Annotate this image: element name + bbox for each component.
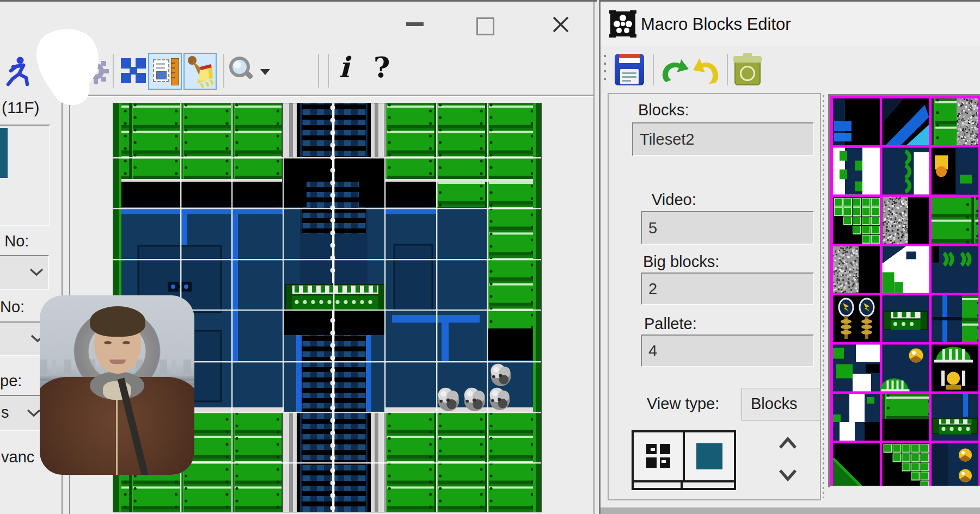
pallete-value-box[interactable]: 4 — [641, 335, 814, 367]
zoom-dropdown-arrow[interactable] — [260, 69, 270, 75]
video-value-box[interactable]: 5 — [641, 211, 814, 245]
grid-glyph-icon — [646, 444, 670, 468]
pallete-value: 4 — [648, 342, 657, 360]
blocks-value: Tileset2 — [640, 131, 694, 148]
fit-screen-icon[interactable] — [121, 58, 146, 83]
redo-icon[interactable] — [659, 55, 690, 85]
chevron-down-icon — [27, 409, 41, 417]
video-value: 5 — [648, 219, 657, 237]
toolbar-separator — [318, 54, 319, 88]
photo-eye — [104, 341, 112, 344]
palette-frame — [828, 94, 980, 487]
help-icon[interactable]: ? — [373, 51, 390, 84]
bottom-strip — [601, 507, 980, 514]
maximize-button[interactable] — [476, 17, 494, 35]
button-stub — [632, 482, 634, 490]
view-mode-buttons — [632, 430, 736, 482]
button-stub — [681, 482, 683, 490]
white-blob-overlay — [33, 26, 106, 116]
scroll-down-button[interactable] — [778, 468, 798, 482]
trash-icon[interactable] — [733, 53, 762, 86]
block-editor-icon — [153, 59, 169, 82]
toolbar-separator — [727, 54, 728, 85]
chevron-down-icon — [29, 268, 44, 276]
photo-mouth — [109, 360, 126, 364]
toolbar-grip[interactable] — [604, 55, 606, 85]
photo-hair — [90, 306, 145, 337]
big-blocks-value: 2 — [648, 280, 657, 298]
toolbar-separator — [328, 54, 329, 88]
second-no-label: No: — [0, 298, 24, 316]
grid-view-button[interactable] — [634, 432, 683, 480]
advanced-label[interactable]: vanc — [1, 448, 34, 466]
blocks-label: Blocks: — [638, 101, 689, 119]
solid-view-button[interactable] — [685, 432, 734, 480]
block-editor-toggle[interactable] — [148, 53, 182, 90]
macro-title-bar[interactable]: Macro Blocks Editor — [601, 2, 980, 46]
view-type-value: Blocks — [751, 395, 797, 413]
macro-blocks-palette[interactable] — [830, 96, 980, 486]
scroll-up-button[interactable] — [778, 436, 798, 450]
zoom-icon[interactable] — [228, 55, 256, 85]
preview-box — [0, 125, 50, 226]
minimize-button[interactable] — [406, 22, 424, 26]
view-type-label: View type: — [647, 395, 719, 413]
toolbar-separator — [653, 54, 654, 85]
macro-toolbar — [601, 46, 980, 92]
preview-teal — [0, 128, 8, 178]
info-icon[interactable]: i — [339, 51, 350, 84]
blocks-value-box[interactable]: Tileset2 — [632, 122, 814, 156]
view-type-combo[interactable]: Blocks — [742, 388, 821, 420]
run-icon[interactable] — [5, 56, 33, 86]
content-groove-hi — [75, 96, 593, 97]
window-border — [593, 2, 595, 514]
screen-no-combo[interactable] — [0, 255, 49, 290]
teal-swatch — [696, 443, 722, 469]
pallete-label: Pallete: — [644, 315, 697, 333]
brush-icon — [185, 54, 216, 89]
photo-eye — [122, 341, 130, 344]
toolbar-separator — [223, 54, 224, 88]
macro-blocks-editor-window: Macro Blocks Editor — [599, 0, 980, 514]
big-blocks-value-box[interactable]: 2 — [641, 273, 814, 305]
palette-splitter[interactable] — [823, 95, 824, 498]
type-combo-value: s — [1, 404, 9, 422]
fields-panel: Blocks: Tileset2 Video: 5 Big blocks: 2 … — [608, 93, 821, 500]
toolbar-separator — [113, 54, 114, 88]
video-label: Video: — [652, 191, 696, 209]
photo-zipper — [116, 400, 118, 475]
screen: i ? (11F) n No: No: pe: s — [0, 0, 980, 514]
brush-toggle[interactable] — [183, 53, 217, 90]
screen-no-label: n No: — [0, 232, 29, 250]
button-underline — [632, 488, 736, 490]
button-stub — [734, 482, 736, 490]
macro-blocks-icon — [609, 10, 636, 38]
window-title: Macro Blocks Editor — [641, 15, 791, 34]
close-button[interactable] — [552, 15, 570, 34]
type-label: pe: — [0, 372, 22, 390]
webcam-photo-overlay — [40, 295, 194, 475]
save-icon[interactable] — [615, 54, 644, 85]
undo-icon[interactable] — [692, 55, 721, 86]
big-blocks-label: Big blocks: — [643, 253, 719, 271]
ruler-icon — [171, 58, 179, 85]
